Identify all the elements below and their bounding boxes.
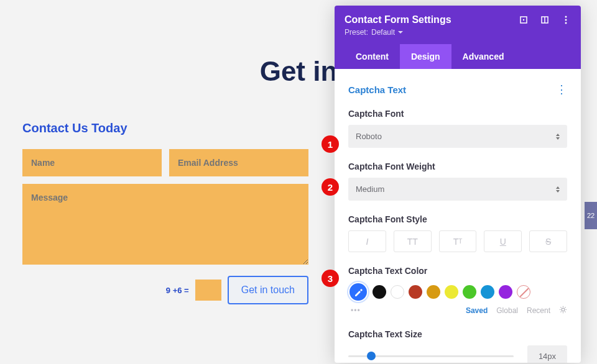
font-select[interactable]: Roboto xyxy=(348,125,567,148)
palette-settings-icon[interactable] xyxy=(559,306,567,316)
preset-value: Default xyxy=(371,28,395,37)
section-title: Captcha Text xyxy=(348,84,406,95)
annotation-2: 2 xyxy=(322,178,339,196)
tab-advanced[interactable]: Advanced xyxy=(451,44,516,69)
color-picker-button[interactable] xyxy=(348,282,368,302)
swatch-purple[interactable] xyxy=(499,285,512,299)
weight-label: Captcha Font Weight xyxy=(348,162,567,171)
preset-dropdown[interactable]: Preset: Default xyxy=(345,28,571,37)
email-input[interactable] xyxy=(169,149,308,176)
submit-button[interactable]: Get in touch xyxy=(228,276,308,304)
size-value-input[interactable] xyxy=(527,345,567,363)
style-strike-button[interactable]: S xyxy=(529,230,567,252)
annotation-3: 3 xyxy=(322,270,339,287)
palette-global-tab[interactable]: Global xyxy=(496,306,518,315)
swatch-white[interactable] xyxy=(391,285,404,299)
more-colors-icon[interactable]: ••• xyxy=(348,306,361,315)
slider-thumb[interactable] xyxy=(367,352,376,360)
tab-content[interactable]: Content xyxy=(345,44,400,69)
swatch-yellow[interactable] xyxy=(445,285,458,299)
annotation-1: 1 xyxy=(322,135,339,153)
chevron-down-icon xyxy=(398,31,403,34)
svg-point-7 xyxy=(562,308,565,311)
expand-icon[interactable] xyxy=(519,15,529,25)
preset-prefix: Preset: xyxy=(345,28,368,37)
scroll-position-indicator: 22 xyxy=(585,202,597,229)
svg-point-1 xyxy=(523,19,524,20)
swatch-orange[interactable] xyxy=(427,285,440,299)
swatch-blue[interactable] xyxy=(481,285,494,299)
settings-panel: Contact Form Settings Preset: Default Co… xyxy=(335,6,581,363)
palette-recent-tab[interactable]: Recent xyxy=(527,306,550,315)
panel-header: Contact Form Settings Preset: Default Co… xyxy=(335,6,581,69)
style-label: Captcha Font Style xyxy=(348,214,567,224)
panel-body: Captcha Text ⋮ Captcha Font Roboto Captc… xyxy=(335,69,581,363)
size-slider[interactable] xyxy=(348,355,514,357)
font-value: Roboto xyxy=(356,132,382,141)
swatch-green[interactable] xyxy=(463,285,476,299)
select-chevrons-icon xyxy=(556,186,560,193)
captcha-question: 9 +6 = xyxy=(166,286,189,295)
swatch-none[interactable] xyxy=(517,285,530,299)
color-label: Captcha Text Color xyxy=(348,266,567,276)
style-smallcaps-button[interactable]: TT xyxy=(439,230,477,252)
swatch-black[interactable] xyxy=(373,285,386,299)
svg-point-4 xyxy=(565,16,567,18)
select-chevrons-icon xyxy=(556,134,560,140)
font-label: Captcha Font xyxy=(348,109,567,119)
palette-saved-tab[interactable]: Saved xyxy=(466,306,488,315)
weight-select[interactable]: Medium xyxy=(348,178,567,201)
svg-point-6 xyxy=(565,22,567,24)
panel-title: Contact Form Settings xyxy=(345,14,451,25)
name-input[interactable] xyxy=(22,149,162,176)
message-textarea[interactable] xyxy=(22,184,308,265)
style-italic-button[interactable]: I xyxy=(348,230,386,252)
dock-icon[interactable] xyxy=(540,15,550,25)
size-label: Captcha Text Size xyxy=(348,329,567,339)
style-uppercase-button[interactable]: TT xyxy=(394,230,432,252)
captcha-answer-input[interactable] xyxy=(195,280,221,301)
style-underline-button[interactable]: U xyxy=(484,230,522,252)
tab-design[interactable]: Design xyxy=(400,44,451,69)
contact-form: Contact Us Today 9 +6 = Get in touch xyxy=(22,121,308,304)
weight-value: Medium xyxy=(356,184,384,194)
swatch-red[interactable] xyxy=(409,285,422,299)
contact-title: Contact Us Today xyxy=(22,121,308,135)
kebab-icon[interactable] xyxy=(561,15,571,25)
section-menu-icon[interactable]: ⋮ xyxy=(556,84,567,95)
svg-point-5 xyxy=(565,19,567,21)
